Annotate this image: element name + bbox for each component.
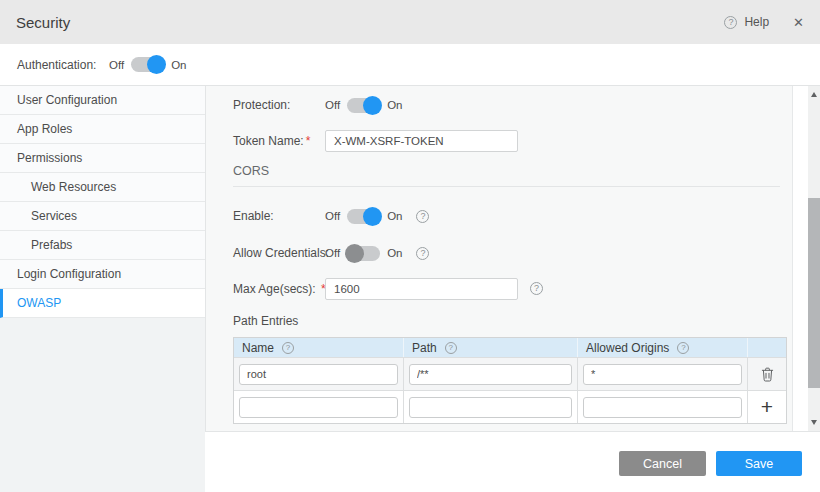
- row1-path-input[interactable]: [409, 364, 572, 385]
- authentication-toggle-group: Off On: [109, 57, 186, 72]
- authentication-toggle[interactable]: [131, 57, 164, 72]
- row2-path-input[interactable]: [409, 397, 572, 418]
- toggle-off-label: Off: [109, 59, 124, 71]
- name-help-icon[interactable]: ?: [282, 342, 294, 354]
- allowed-origins-help-icon[interactable]: ?: [677, 342, 689, 354]
- table-header-row: Name ? Path ? Allowed Origins ?: [234, 338, 786, 357]
- cors-enable-toggle[interactable]: [347, 209, 380, 224]
- sidebar-item-user-configuration[interactable]: User Configuration: [0, 86, 205, 115]
- save-button[interactable]: Save: [716, 451, 802, 476]
- protection-toggle[interactable]: [347, 98, 380, 113]
- toggle-on-label: On: [387, 210, 402, 222]
- token-name-input[interactable]: [325, 130, 518, 152]
- toggle-off-label: Off: [325, 99, 340, 111]
- allow-credentials-toggle-group: Off On: [325, 246, 402, 261]
- close-icon[interactable]: ✕: [793, 15, 804, 30]
- max-age-input[interactable]: [325, 278, 518, 300]
- allow-credentials-help-icon[interactable]: ?: [416, 247, 429, 260]
- sidebar-item-prefabs[interactable]: Prefabs: [0, 231, 205, 260]
- max-age-help-icon[interactable]: ?: [530, 282, 543, 295]
- dialog-header: Security ? Help ✕: [0, 0, 820, 44]
- toggle-knob: [345, 244, 364, 263]
- allow-credentials-label: Allow Credentials:: [233, 246, 325, 260]
- row1-allowed-origins-input[interactable]: [583, 364, 742, 385]
- toggle-on-label: On: [171, 59, 186, 71]
- row1-name-input[interactable]: [239, 364, 398, 385]
- toggle-knob: [363, 96, 382, 115]
- column-label: Name: [242, 341, 274, 355]
- vertical-scrollbar: [808, 86, 820, 431]
- path-entries-header: Path Entries: [233, 313, 325, 329]
- column-header-name: Name ?: [234, 338, 404, 357]
- allow-credentials-row: Allow Credentials: Off On ?: [233, 242, 429, 264]
- trash-icon: [761, 367, 774, 382]
- sidebar-item-web-resources[interactable]: Web Resources: [0, 173, 205, 202]
- cors-divider: [233, 186, 780, 187]
- help-label[interactable]: Help: [744, 15, 769, 29]
- delete-row-button[interactable]: [761, 367, 774, 382]
- path-entries-table: Name ? Path ? Allowed Origins ?: [233, 337, 787, 424]
- enable-toggle-group: Off On: [325, 209, 402, 224]
- sidebar-item-permissions[interactable]: Permissions: [0, 144, 205, 173]
- toggle-on-label: On: [387, 99, 402, 111]
- column-header-actions: [748, 338, 786, 357]
- column-header-path: Path ?: [404, 338, 578, 357]
- protection-row: Protection: Off On: [233, 94, 402, 116]
- sidebar-item-login-configuration[interactable]: Login Configuration: [0, 260, 205, 289]
- token-name-label: Token Name:*: [233, 134, 325, 148]
- owasp-settings-panel: Protection: Off On Token Name:* CORS Ena…: [206, 86, 793, 431]
- sidebar-item-services[interactable]: Services: [0, 202, 205, 231]
- column-label: Allowed Origins: [586, 341, 669, 355]
- sidebar: User Configuration App Roles Permissions…: [0, 86, 206, 492]
- help-icon[interactable]: ?: [724, 16, 737, 29]
- row2-name-input[interactable]: [239, 397, 398, 418]
- table-row: [234, 357, 786, 390]
- enable-help-icon[interactable]: ?: [416, 210, 429, 223]
- cors-enable-row: Enable: Off On ?: [233, 205, 429, 227]
- cors-section-header: CORS: [233, 162, 269, 180]
- max-age-row: Max Age(secs): * ?: [233, 277, 543, 300]
- toggle-knob: [363, 207, 382, 226]
- max-age-label: Max Age(secs): *: [233, 282, 325, 296]
- sidebar-item-owasp[interactable]: OWASP: [0, 289, 205, 318]
- table-row: +: [234, 390, 786, 423]
- sidebar-item-app-roles[interactable]: App Roles: [0, 115, 205, 144]
- toggle-on-label: On: [387, 247, 402, 259]
- cors-title: CORS: [233, 164, 269, 178]
- row2-allowed-origins-input[interactable]: [583, 397, 742, 418]
- allow-credentials-toggle[interactable]: [347, 246, 380, 261]
- column-label: Path: [412, 341, 437, 355]
- protection-toggle-group: Off On: [325, 98, 402, 113]
- column-header-allowed-origins: Allowed Origins ?: [578, 338, 748, 357]
- toggle-knob: [147, 55, 166, 74]
- enable-label: Enable:: [233, 209, 325, 223]
- cancel-button[interactable]: Cancel: [619, 451, 706, 476]
- scroll-up-arrow-icon[interactable]: [811, 92, 817, 97]
- required-asterisk: *: [306, 134, 311, 148]
- token-name-row: Token Name:*: [233, 129, 518, 152]
- path-entries-label: Path Entries: [233, 314, 325, 328]
- toggle-off-label: Off: [325, 247, 340, 259]
- toggle-off-label: Off: [325, 210, 340, 222]
- protection-label: Protection:: [233, 98, 325, 112]
- authentication-label: Authentication:: [17, 58, 109, 72]
- header-actions: ? Help ✕: [724, 15, 804, 30]
- scroll-down-arrow-icon[interactable]: [811, 420, 817, 425]
- dialog-footer: Cancel Save: [205, 431, 820, 492]
- add-row-button[interactable]: +: [761, 397, 773, 417]
- security-dialog: Security ? Help ✕ Authentication: Off On…: [0, 0, 820, 492]
- scrollbar-thumb[interactable]: [808, 198, 820, 388]
- authentication-bar: Authentication: Off On: [0, 44, 820, 86]
- path-help-icon[interactable]: ?: [445, 342, 457, 354]
- page-title: Security: [16, 14, 70, 31]
